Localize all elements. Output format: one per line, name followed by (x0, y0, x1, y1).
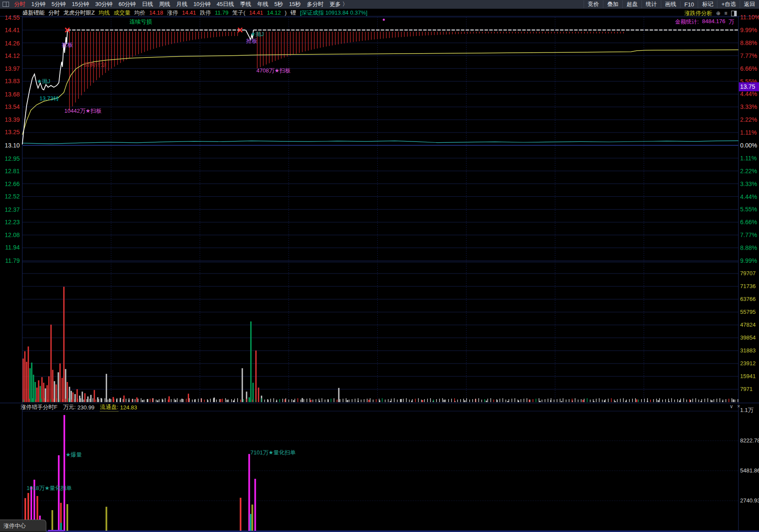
info-segment: 龙虎分时眼Z (63, 9, 95, 17)
period-menu-item[interactable]: 月线 (173, 0, 190, 8)
limit-center-button[interactable]: 涨停中心 (0, 520, 46, 532)
tool-menu: 竞价叠加超盘统计画线F10标记+自选返回 (584, 0, 759, 8)
close-icon[interactable]: × (737, 403, 740, 409)
amount-statistics-unit: 万 (729, 18, 734, 26)
info-segment: 涨停 (167, 9, 178, 17)
chart-svg (0, 0, 759, 532)
info-segment: 盛新锂能 (22, 9, 45, 17)
info-segment: 跌停 (200, 9, 211, 17)
indicator-float-label: 流通盘: (100, 403, 118, 412)
info-segment: 14.18 (149, 9, 163, 16)
period-menu-item[interactable]: 更多 〉 (327, 0, 351, 8)
tool-menu-item[interactable]: F10 (680, 1, 698, 8)
info-segment: 均价 (134, 9, 145, 17)
period-menu-item[interactable]: 45日线 (214, 0, 237, 8)
period-menu-item[interactable]: 年线 (254, 0, 271, 8)
info-segment: 笼子( (232, 9, 245, 17)
amount-statistics-label: 金额统计: (675, 18, 699, 26)
period-menu-item[interactable]: 5分钟 (48, 0, 69, 8)
tool-menu-item[interactable]: 统计 (642, 0, 661, 8)
info-segment: 11.79 (215, 9, 229, 16)
tool-menu-item[interactable]: 超盘 (622, 0, 642, 8)
indicator-cap-value: 230.99 (78, 404, 95, 411)
menu-lines-icon[interactable]: ≡ (724, 11, 727, 16)
limit-analysis-group: 涨跌停分析 ⊕ ≡ (684, 9, 737, 17)
info-segment: 14.41 (249, 9, 263, 16)
half-square-icon[interactable] (731, 11, 737, 16)
tool-menu-item[interactable]: 竞价 (584, 0, 603, 8)
indicator-float-value: 124.83 (120, 404, 137, 411)
period-menubar: 分时1分钟5分钟15分钟30分钟60分钟日线周线月线10分钟45日线季线年线5秒… (0, 0, 759, 9)
price-marker-box: 13.75 (739, 82, 759, 91)
info-segment: 14.41 (182, 9, 196, 16)
circle-plus-icon[interactable]: ⊕ (716, 11, 720, 16)
indicator-title[interactable]: 涨停猎手分时F (21, 403, 57, 411)
indicator-header-icons: ∨ × (729, 403, 740, 409)
amount-statistics-value: 8484.176 (702, 18, 725, 26)
info-segment: 均线 (99, 9, 110, 17)
period-menu-item[interactable]: 多分时 (304, 0, 327, 8)
scrollbar-thumb[interactable] (48, 530, 64, 532)
limit-analysis-label[interactable]: 涨跌停分析 (684, 9, 712, 17)
info-segment: ) (285, 9, 286, 16)
period-menu-item[interactable]: 季线 (237, 0, 254, 8)
period-menu: 分时1分钟5分钟15分钟30分钟60分钟日线周线月线10分钟45日线季线年线5秒… (11, 0, 351, 8)
tool-menu-item[interactable]: 标记 (698, 0, 717, 8)
period-menu-item[interactable]: 分时 (11, 0, 28, 8)
period-menu-item[interactable]: 15秒 (286, 0, 304, 8)
amount-statistics: 金额统计: 8484.176 万 (675, 18, 734, 26)
period-menu-item[interactable]: 5秒 (271, 0, 286, 8)
window-split-icon[interactable] (3, 2, 9, 7)
indicator-header: 涨停猎手分时F 万元: 230.99 流通盘: 124.83 (0, 404, 137, 411)
period-menu-item[interactable]: 周线 (156, 0, 173, 8)
period-menu-item[interactable]: 1分钟 (28, 0, 48, 8)
app-window: 分时1分钟5分钟15分钟30分钟60分钟日线周线月线10分钟45日线季线年线5秒… (0, 0, 759, 532)
info-segment: 成交量 (114, 9, 130, 17)
period-menu-item[interactable]: 10分钟 (190, 0, 214, 8)
period-menu-item[interactable]: 60分钟 (115, 0, 139, 8)
info-segment: 锂 (290, 9, 296, 17)
period-menu-item[interactable]: 30分钟 (92, 0, 115, 8)
info-segment: [深证成指 10913.84 0.37%] (300, 9, 367, 17)
chevron-down-icon[interactable]: ∨ (729, 403, 733, 409)
info-segment: 14.12 (267, 9, 281, 16)
period-menu-item[interactable]: 15分钟 (69, 0, 92, 8)
tool-menu-item[interactable]: +自选 (717, 0, 740, 8)
tool-menu-item[interactable]: 画线 (661, 0, 680, 8)
tool-menu-item[interactable]: 叠加 (603, 0, 622, 8)
period-menu-item[interactable]: 日线 (139, 0, 156, 8)
tool-menu-item[interactable]: 返回 (740, 0, 759, 8)
indicator-cap-label: 万元: (63, 403, 76, 411)
info-segment: 分时 (48, 9, 60, 17)
stock-info-bar: 盛新锂能分时龙虎分时眼Z均线成交量均价14.18涨停14.41跌停11.79笼子… (0, 9, 367, 16)
